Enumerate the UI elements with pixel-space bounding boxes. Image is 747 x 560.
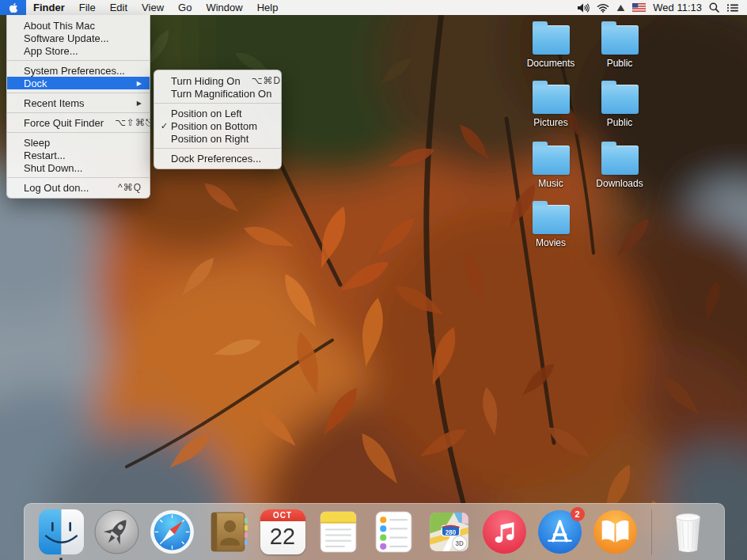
folder-label: Public bbox=[585, 117, 654, 128]
shortcut-label: ^⌘Q bbox=[118, 182, 142, 193]
dock-item-app-store[interactable]: 2 bbox=[537, 509, 582, 554]
desktop-folder-downloads[interactable]: Downloads bbox=[585, 141, 654, 189]
notification-center-icon[interactable] bbox=[726, 3, 739, 13]
apple-menu-button[interactable] bbox=[0, 0, 26, 15]
menu-item-position-on-left[interactable]: Position on Left bbox=[154, 107, 281, 119]
menu-separator bbox=[154, 103, 281, 104]
dock-item-calendar[interactable]: OCT 22 bbox=[260, 509, 305, 554]
folder-label: Pictures bbox=[516, 117, 586, 128]
submenu-arrow-icon: ▶ bbox=[137, 100, 142, 107]
folder-icon bbox=[533, 25, 570, 55]
menu-separator bbox=[154, 148, 281, 149]
app-store-badge: 2 bbox=[571, 507, 585, 521]
input-source-us-flag-icon[interactable] bbox=[632, 3, 646, 12]
dock-submenu: Turn Hiding On⌥⌘D Turn Magnification On … bbox=[154, 70, 282, 169]
dock-separator bbox=[651, 509, 652, 555]
dock-item-itunes[interactable] bbox=[482, 509, 527, 554]
menu-bar-clock[interactable]: Wed 11:13 bbox=[653, 2, 702, 13]
reminders-icon bbox=[371, 509, 416, 554]
checkmark-icon: ✓ bbox=[161, 121, 171, 131]
menu-item-force-quit-finder[interactable]: Force Quit Finder⌥⇧⌘⎋ bbox=[7, 116, 150, 129]
menu-separator bbox=[7, 132, 150, 133]
menu-help[interactable]: Help bbox=[250, 0, 286, 15]
folder-icon bbox=[601, 25, 639, 55]
shortcut-label: ⌥⌘D bbox=[252, 75, 282, 86]
folder-icon bbox=[601, 85, 639, 114]
menu-go[interactable]: Go bbox=[171, 0, 199, 15]
apple-logo-icon bbox=[9, 2, 18, 13]
dock-item-contacts[interactable] bbox=[205, 509, 250, 554]
menu-item-recent-items[interactable]: Recent Items▶ bbox=[7, 96, 150, 109]
menu-item-dock[interactable]: Dock▶ bbox=[7, 77, 150, 89]
wifi-icon[interactable] bbox=[597, 3, 609, 13]
safari-icon bbox=[150, 509, 195, 554]
menu-item-position-on-bottom[interactable]: ✓Position on Bottom bbox=[154, 119, 281, 132]
volume-icon[interactable] bbox=[577, 3, 590, 13]
maps-icon: 280 3D bbox=[427, 509, 472, 554]
calendar-month: OCT bbox=[260, 509, 305, 521]
folder-icon bbox=[533, 205, 570, 234]
launchpad-icon bbox=[94, 509, 139, 554]
menu-separator bbox=[7, 60, 150, 61]
menu-item-about-this-mac[interactable]: About This Mac bbox=[7, 19, 150, 32]
menu-view[interactable]: View bbox=[135, 0, 171, 15]
folder-label: Music bbox=[516, 178, 586, 189]
menu-item-restart[interactable]: Restart... bbox=[7, 149, 150, 161]
desktop-folder-public[interactable]: Public bbox=[585, 21, 654, 69]
dock-item-ibooks[interactable] bbox=[593, 509, 638, 554]
menu-item-turn-magnification-on[interactable]: Turn Magnification On bbox=[154, 87, 281, 100]
desktop-folder-documents[interactable]: Documents bbox=[516, 21, 586, 69]
spotlight-search-icon[interactable] bbox=[709, 2, 719, 13]
dock-item-safari[interactable] bbox=[150, 509, 195, 554]
desktop-folder-pictures[interactable]: Pictures bbox=[516, 80, 586, 128]
menu-edit[interactable]: Edit bbox=[103, 0, 135, 15]
notes-icon bbox=[316, 509, 361, 554]
folder-label: Downloads bbox=[585, 178, 654, 189]
menu-bar: Finder File Edit View Go Window Help Wed… bbox=[0, 0, 747, 15]
folder-label: Movies bbox=[516, 237, 586, 248]
desktop-folder-public-2[interactable]: Public bbox=[585, 80, 654, 128]
menu-item-log-out[interactable]: Log Out don...^⌘Q bbox=[7, 181, 150, 194]
finder-icon bbox=[39, 509, 84, 554]
desktop-folder-movies[interactable]: Movies bbox=[516, 200, 586, 248]
menu-separator bbox=[7, 93, 150, 93]
dock-item-trash[interactable] bbox=[665, 509, 711, 554]
dock: OCT 22 bbox=[24, 503, 725, 560]
menu-separator bbox=[7, 112, 150, 113]
menu-item-turn-hiding-on[interactable]: Turn Hiding On⌥⌘D bbox=[154, 74, 281, 87]
submenu-arrow-icon: ▶ bbox=[137, 80, 142, 87]
app-menu-finder[interactable]: Finder bbox=[26, 0, 72, 15]
desktop-folder-music[interactable]: Music bbox=[516, 141, 586, 189]
menu-item-dock-preferences[interactable]: Dock Preferences... bbox=[154, 152, 281, 165]
menu-extra-triangle-icon[interactable] bbox=[616, 4, 625, 12]
ibooks-icon bbox=[593, 509, 638, 554]
menu-item-system-preferences[interactable]: System Preferences... bbox=[7, 64, 150, 77]
maps-route-label: 280 bbox=[445, 529, 456, 536]
maps-3d-label: 3D bbox=[455, 540, 464, 547]
calendar-icon: OCT 22 bbox=[260, 509, 305, 554]
apple-menu: About This Mac Software Update... App St… bbox=[6, 15, 150, 199]
dock-item-launchpad[interactable] bbox=[94, 509, 139, 554]
dock-item-reminders[interactable] bbox=[371, 509, 416, 554]
folder-icon bbox=[533, 85, 570, 114]
menu-item-shut-down[interactable]: Shut Down... bbox=[7, 161, 150, 174]
shortcut-label: ⌥⇧⌘⎋ bbox=[115, 117, 154, 128]
calendar-day: 22 bbox=[260, 521, 305, 551]
menu-item-position-on-right[interactable]: Position on Right bbox=[154, 132, 281, 145]
dock-item-finder[interactable] bbox=[39, 509, 84, 554]
trash-icon bbox=[665, 509, 711, 557]
menu-separator bbox=[7, 177, 150, 178]
menu-item-software-update[interactable]: Software Update... bbox=[7, 32, 150, 44]
menu-item-app-store[interactable]: App Store... bbox=[7, 44, 150, 57]
menu-item-sleep[interactable]: Sleep bbox=[7, 136, 150, 149]
itunes-icon bbox=[482, 509, 527, 554]
folder-label: Public bbox=[585, 58, 654, 69]
contacts-icon bbox=[205, 509, 250, 554]
folder-icon bbox=[533, 146, 570, 175]
dock-item-notes[interactable] bbox=[316, 509, 361, 554]
menu-window[interactable]: Window bbox=[199, 0, 249, 15]
menu-file[interactable]: File bbox=[72, 0, 103, 15]
folder-label: Documents bbox=[516, 58, 586, 69]
dock-item-maps[interactable]: 280 3D bbox=[427, 509, 472, 554]
folder-icon bbox=[601, 146, 639, 175]
